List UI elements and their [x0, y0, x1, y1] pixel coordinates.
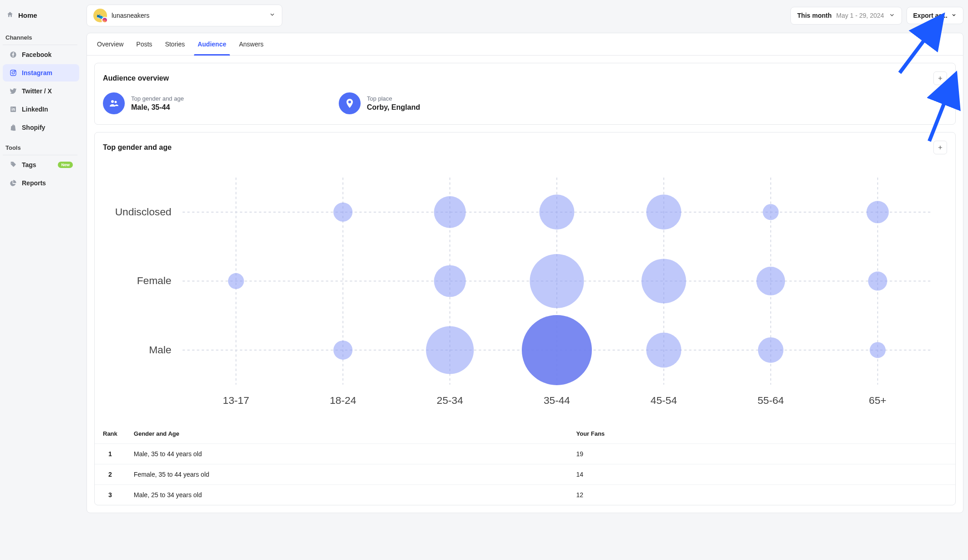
- table-row: 3Male, 25 to 34 years old12: [95, 485, 955, 505]
- svg-text:55-64: 55-64: [758, 394, 784, 406]
- tag-icon: [9, 161, 17, 169]
- bubble: [522, 315, 592, 385]
- cell-fans: 12: [568, 485, 956, 505]
- sidebar-item-label: LinkedIn: [22, 106, 48, 113]
- sidebar-item-label: Instagram: [22, 69, 52, 76]
- stat-value: Corby, England: [367, 103, 420, 112]
- stat-value: Male, 35-44: [131, 103, 184, 112]
- linkedin-icon: [9, 105, 17, 113]
- sidebar-item-linkedin[interactable]: LinkedIn: [3, 101, 79, 118]
- bubble: [642, 259, 686, 303]
- stat-label: Top place: [367, 95, 420, 102]
- svg-text:13-17: 13-17: [223, 394, 249, 406]
- tab-posts[interactable]: Posts: [130, 33, 158, 55]
- add-button[interactable]: [933, 71, 947, 85]
- twitter-icon: [9, 87, 17, 95]
- table-row: 1Male, 35 to 44 years old19: [95, 444, 955, 464]
- panel-title: Top gender and age: [103, 143, 172, 152]
- add-button[interactable]: [933, 141, 947, 154]
- svg-text:Undisclosed: Undisclosed: [115, 206, 172, 218]
- sidebar-item-facebook[interactable]: Facebook: [3, 46, 79, 63]
- bubble: [333, 203, 352, 222]
- sidebar-item-tags[interactable]: Tags New: [3, 156, 79, 173]
- sidebar-item-instagram[interactable]: Instagram: [3, 64, 79, 81]
- date-range-selector[interactable]: This month May 1 - 29, 2024: [790, 7, 902, 25]
- sidebar-item-twitter[interactable]: Twitter / X: [3, 82, 79, 100]
- sidebar-item-label: Reports: [22, 179, 46, 187]
- pie-icon: [9, 179, 17, 187]
- table-row: 2Female, 35 to 44 years old14: [95, 464, 955, 485]
- home-icon: [6, 11, 14, 20]
- bubble: [434, 265, 466, 297]
- svg-text:25-34: 25-34: [437, 394, 463, 406]
- tab-overview[interactable]: Overview: [91, 33, 130, 55]
- tab-stories[interactable]: Stories: [158, 33, 191, 55]
- panel-title: Audience overview: [103, 74, 169, 82]
- channels-section-label: Channels: [3, 34, 77, 45]
- sidebar: Home Channels Facebook Instagram Twitter…: [0, 0, 82, 560]
- bubble: [763, 204, 779, 220]
- bubble: [646, 194, 681, 229]
- stat-top-place: Top place Corby, England: [339, 92, 420, 114]
- svg-point-2: [12, 71, 14, 74]
- content-card: Overview Posts Stories Audience Answers …: [87, 33, 963, 513]
- bubble: [866, 201, 889, 223]
- topbar: 👟 lunasneakers This month May 1 - 29, 20…: [87, 5, 963, 26]
- date-label: This month: [797, 12, 831, 19]
- export-button[interactable]: Export as...: [907, 7, 963, 24]
- cell-rank: 2: [95, 464, 126, 485]
- bubble: [228, 273, 244, 289]
- bubble: [434, 196, 466, 228]
- cell-rank: 1: [95, 444, 126, 464]
- svg-point-3: [15, 71, 15, 71]
- people-icon: [103, 92, 125, 114]
- svg-point-5: [111, 100, 114, 103]
- date-range: May 1 - 29, 2024: [836, 12, 884, 19]
- bubble: [870, 342, 886, 358]
- bubble-chart: 13-1718-2425-3435-4445-5455-6465+Undiscl…: [103, 162, 947, 408]
- fans-table: Rank Gender and Age Your Fans 1Male, 35 …: [95, 424, 955, 505]
- shopify-icon: [9, 123, 17, 132]
- sidebar-item-shopify[interactable]: Shopify: [3, 119, 79, 136]
- cell-label: Male, 35 to 44 years old: [126, 444, 568, 464]
- account-avatar: 👟: [93, 9, 107, 22]
- bubble: [758, 337, 784, 363]
- home-label: Home: [18, 11, 37, 19]
- svg-text:Male: Male: [149, 344, 171, 356]
- stat-top-gender-age: Top gender and age Male, 35-44: [103, 92, 184, 114]
- account-name: lunasneakers: [112, 12, 149, 19]
- svg-text:Female: Female: [137, 275, 172, 286]
- tab-answers[interactable]: Answers: [233, 33, 270, 55]
- instagram-badge-icon: [102, 17, 108, 23]
- svg-text:18-24: 18-24: [330, 394, 356, 406]
- audience-overview-panel: Audience overview Top gender and age Mal…: [94, 63, 956, 125]
- cell-label: Female, 35 to 44 years old: [126, 464, 568, 485]
- bubble: [530, 254, 584, 308]
- cell-fans: 14: [568, 464, 956, 485]
- export-label: Export as...: [913, 12, 948, 19]
- bubble: [426, 326, 474, 374]
- bubble: [756, 267, 785, 295]
- tabs: Overview Posts Stories Audience Answers: [87, 33, 963, 56]
- facebook-icon: [9, 51, 17, 59]
- svg-text:65+: 65+: [869, 394, 886, 406]
- svg-point-6: [115, 101, 117, 103]
- sidebar-item-label: Twitter / X: [22, 87, 52, 95]
- chevron-down-icon: [889, 12, 895, 20]
- svg-text:35-44: 35-44: [544, 394, 570, 406]
- col-fans: Your Fans: [568, 424, 956, 444]
- bubble: [868, 271, 887, 290]
- tab-audience[interactable]: Audience: [191, 33, 233, 55]
- col-rank: Rank: [95, 424, 126, 444]
- gender-age-chart-panel: Top gender and age 13-1718-2425-3435-444…: [94, 132, 956, 505]
- bubble: [539, 194, 574, 229]
- sidebar-item-home[interactable]: Home: [0, 8, 82, 26]
- cell-fans: 19: [568, 444, 956, 464]
- pin-icon: [339, 92, 361, 114]
- bubble: [333, 341, 352, 360]
- chevron-down-icon: [951, 12, 957, 19]
- sidebar-item-reports[interactable]: Reports: [3, 174, 79, 192]
- tools-section-label: Tools: [3, 144, 77, 155]
- account-selector[interactable]: 👟 lunasneakers: [87, 5, 282, 26]
- sidebar-item-label: Tags: [22, 161, 36, 168]
